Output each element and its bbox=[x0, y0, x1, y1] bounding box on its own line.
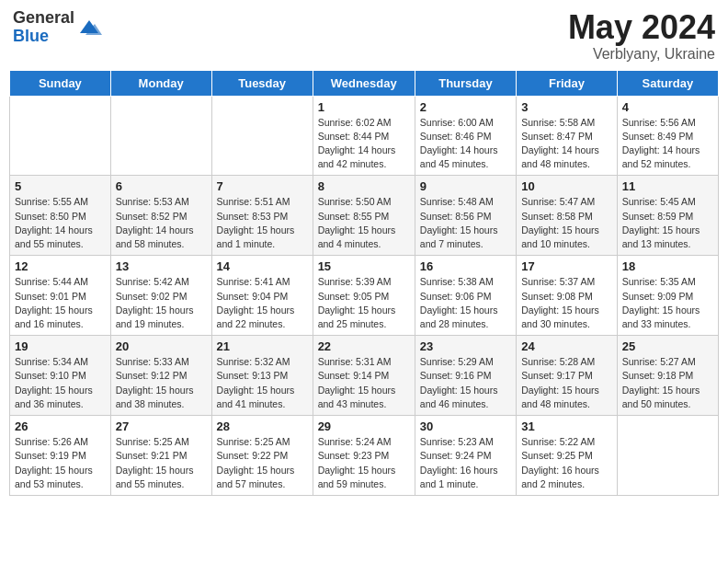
day-info: Sunrise: 5:31 AMSunset: 9:14 PMDaylight:… bbox=[318, 355, 410, 411]
day-number: 14 bbox=[217, 259, 308, 273]
day-number: 1 bbox=[318, 100, 410, 114]
day-number: 7 bbox=[217, 179, 308, 193]
day-number: 3 bbox=[521, 100, 612, 114]
calendar-day-25: 25Sunrise: 5:27 AMSunset: 9:18 PMDayligh… bbox=[617, 336, 718, 416]
calendar-day-28: 28Sunrise: 5:25 AMSunset: 9:22 PMDayligh… bbox=[211, 416, 313, 496]
calendar-day-21: 21Sunrise: 5:32 AMSunset: 9:13 PMDayligh… bbox=[211, 336, 313, 416]
weekday-header-friday: Friday bbox=[517, 70, 618, 96]
day-info: Sunrise: 5:58 AMSunset: 8:47 PMDaylight:… bbox=[521, 116, 612, 172]
calendar-week-row: 5Sunrise: 5:55 AMSunset: 8:50 PMDaylight… bbox=[10, 176, 719, 256]
day-info: Sunrise: 6:02 AMSunset: 8:44 PMDaylight:… bbox=[318, 116, 410, 172]
day-info: Sunrise: 5:50 AMSunset: 8:55 PMDaylight:… bbox=[318, 195, 410, 251]
weekday-header-tuesday: Tuesday bbox=[211, 70, 313, 96]
calendar-week-row: 19Sunrise: 5:34 AMSunset: 9:10 PMDayligh… bbox=[10, 336, 719, 416]
calendar-day-22: 22Sunrise: 5:31 AMSunset: 9:14 PMDayligh… bbox=[313, 336, 415, 416]
day-number: 23 bbox=[420, 339, 511, 353]
day-info: Sunrise: 5:55 AMSunset: 8:50 PMDaylight:… bbox=[15, 195, 106, 251]
weekday-header-thursday: Thursday bbox=[415, 70, 516, 96]
calendar-day-6: 6Sunrise: 5:53 AMSunset: 8:52 PMDaylight… bbox=[110, 176, 211, 256]
day-info: Sunrise: 5:35 AMSunset: 9:09 PMDaylight:… bbox=[622, 275, 713, 331]
calendar-day-24: 24Sunrise: 5:28 AMSunset: 9:17 PMDayligh… bbox=[517, 336, 618, 416]
calendar-day-18: 18Sunrise: 5:35 AMSunset: 9:09 PMDayligh… bbox=[617, 256, 718, 336]
calendar-empty-cell bbox=[10, 96, 111, 176]
day-info: Sunrise: 5:48 AMSunset: 8:56 PMDaylight:… bbox=[420, 195, 511, 251]
title-block: May 2024 Verblyany, Ukraine bbox=[568, 9, 715, 63]
calendar-day-30: 30Sunrise: 5:23 AMSunset: 9:24 PMDayligh… bbox=[415, 416, 516, 496]
calendar-day-27: 27Sunrise: 5:25 AMSunset: 9:21 PMDayligh… bbox=[110, 416, 211, 496]
day-number: 26 bbox=[15, 419, 106, 433]
day-info: Sunrise: 5:25 AMSunset: 9:21 PMDaylight:… bbox=[116, 435, 207, 491]
day-info: Sunrise: 5:25 AMSunset: 9:22 PMDaylight:… bbox=[217, 435, 308, 491]
weekday-header-wednesday: Wednesday bbox=[313, 70, 415, 96]
day-number: 2 bbox=[420, 100, 511, 114]
day-number: 29 bbox=[318, 419, 410, 433]
calendar-day-8: 8Sunrise: 5:50 AMSunset: 8:55 PMDaylight… bbox=[313, 176, 415, 256]
calendar-day-4: 4Sunrise: 5:56 AMSunset: 8:49 PMDaylight… bbox=[617, 96, 718, 176]
logo-general: General bbox=[13, 9, 74, 28]
calendar-day-26: 26Sunrise: 5:26 AMSunset: 9:19 PMDayligh… bbox=[10, 416, 111, 496]
day-info: Sunrise: 5:42 AMSunset: 9:02 PMDaylight:… bbox=[116, 275, 207, 331]
weekday-header-row: SundayMondayTuesdayWednesdayThursdayFrid… bbox=[10, 70, 719, 96]
calendar-day-12: 12Sunrise: 5:44 AMSunset: 9:01 PMDayligh… bbox=[10, 256, 111, 336]
calendar-day-3: 3Sunrise: 5:58 AMSunset: 8:47 PMDaylight… bbox=[517, 96, 618, 176]
logo-blue: Blue bbox=[13, 28, 74, 46]
day-info: Sunrise: 5:29 AMSunset: 9:16 PMDaylight:… bbox=[420, 355, 511, 411]
day-info: Sunrise: 5:33 AMSunset: 9:12 PMDaylight:… bbox=[116, 355, 207, 411]
day-number: 22 bbox=[318, 339, 410, 353]
day-info: Sunrise: 5:45 AMSunset: 8:59 PMDaylight:… bbox=[622, 195, 713, 251]
calendar-day-20: 20Sunrise: 5:33 AMSunset: 9:12 PMDayligh… bbox=[110, 336, 211, 416]
day-number: 28 bbox=[217, 419, 308, 433]
day-info: Sunrise: 5:23 AMSunset: 9:24 PMDaylight:… bbox=[420, 435, 511, 491]
calendar-empty-cell bbox=[110, 96, 211, 176]
calendar-day-2: 2Sunrise: 6:00 AMSunset: 8:46 PMDaylight… bbox=[415, 96, 516, 176]
day-info: Sunrise: 5:22 AMSunset: 9:25 PMDaylight:… bbox=[521, 435, 612, 491]
day-info: Sunrise: 5:34 AMSunset: 9:10 PMDaylight:… bbox=[15, 355, 106, 411]
day-info: Sunrise: 5:47 AMSunset: 8:58 PMDaylight:… bbox=[521, 195, 612, 251]
day-number: 20 bbox=[116, 339, 207, 353]
day-number: 30 bbox=[420, 419, 511, 433]
day-number: 13 bbox=[116, 259, 207, 273]
calendar-day-16: 16Sunrise: 5:38 AMSunset: 9:06 PMDayligh… bbox=[415, 256, 516, 336]
day-number: 8 bbox=[318, 179, 410, 193]
day-number: 16 bbox=[420, 259, 511, 273]
day-info: Sunrise: 5:38 AMSunset: 9:06 PMDaylight:… bbox=[420, 275, 511, 331]
day-info: Sunrise: 5:39 AMSunset: 9:05 PMDaylight:… bbox=[318, 275, 410, 331]
day-number: 12 bbox=[15, 259, 106, 273]
weekday-header-saturday: Saturday bbox=[617, 70, 718, 96]
calendar-day-1: 1Sunrise: 6:02 AMSunset: 8:44 PMDaylight… bbox=[313, 96, 415, 176]
calendar-day-10: 10Sunrise: 5:47 AMSunset: 8:58 PMDayligh… bbox=[517, 176, 618, 256]
logo: General Blue bbox=[13, 9, 102, 46]
calendar-day-7: 7Sunrise: 5:51 AMSunset: 8:53 PMDaylight… bbox=[211, 176, 313, 256]
calendar-day-9: 9Sunrise: 5:48 AMSunset: 8:56 PMDaylight… bbox=[415, 176, 516, 256]
day-number: 15 bbox=[318, 259, 410, 273]
weekday-header-monday: Monday bbox=[110, 70, 211, 96]
day-number: 24 bbox=[521, 339, 612, 353]
calendar-empty-cell bbox=[211, 96, 313, 176]
day-info: Sunrise: 5:56 AMSunset: 8:49 PMDaylight:… bbox=[622, 116, 713, 172]
title-month-year: May 2024 bbox=[568, 9, 715, 46]
day-info: Sunrise: 5:53 AMSunset: 8:52 PMDaylight:… bbox=[116, 195, 207, 251]
calendar-day-19: 19Sunrise: 5:34 AMSunset: 9:10 PMDayligh… bbox=[10, 336, 111, 416]
day-number: 10 bbox=[521, 179, 612, 193]
calendar-day-5: 5Sunrise: 5:55 AMSunset: 8:50 PMDaylight… bbox=[10, 176, 111, 256]
day-number: 18 bbox=[622, 259, 713, 273]
calendar-day-17: 17Sunrise: 5:37 AMSunset: 9:08 PMDayligh… bbox=[517, 256, 618, 336]
day-number: 6 bbox=[116, 179, 207, 193]
calendar-day-13: 13Sunrise: 5:42 AMSunset: 9:02 PMDayligh… bbox=[110, 256, 211, 336]
day-number: 9 bbox=[420, 179, 511, 193]
title-location: Verblyany, Ukraine bbox=[568, 46, 715, 63]
calendar-week-row: 12Sunrise: 5:44 AMSunset: 9:01 PMDayligh… bbox=[10, 256, 719, 336]
logo-text: General Blue bbox=[13, 9, 74, 46]
day-number: 21 bbox=[217, 339, 308, 353]
calendar-week-row: 1Sunrise: 6:02 AMSunset: 8:44 PMDaylight… bbox=[10, 96, 719, 176]
day-number: 4 bbox=[622, 100, 713, 114]
day-info: Sunrise: 5:26 AMSunset: 9:19 PMDaylight:… bbox=[15, 435, 106, 491]
day-info: Sunrise: 5:27 AMSunset: 9:18 PMDaylight:… bbox=[622, 355, 713, 411]
logo-icon bbox=[76, 15, 102, 40]
day-number: 17 bbox=[521, 259, 612, 273]
day-number: 5 bbox=[15, 179, 106, 193]
calendar-day-14: 14Sunrise: 5:41 AMSunset: 9:04 PMDayligh… bbox=[211, 256, 313, 336]
day-number: 31 bbox=[521, 419, 612, 433]
calendar-empty-cell bbox=[617, 416, 718, 496]
day-info: Sunrise: 5:32 AMSunset: 9:13 PMDaylight:… bbox=[217, 355, 308, 411]
